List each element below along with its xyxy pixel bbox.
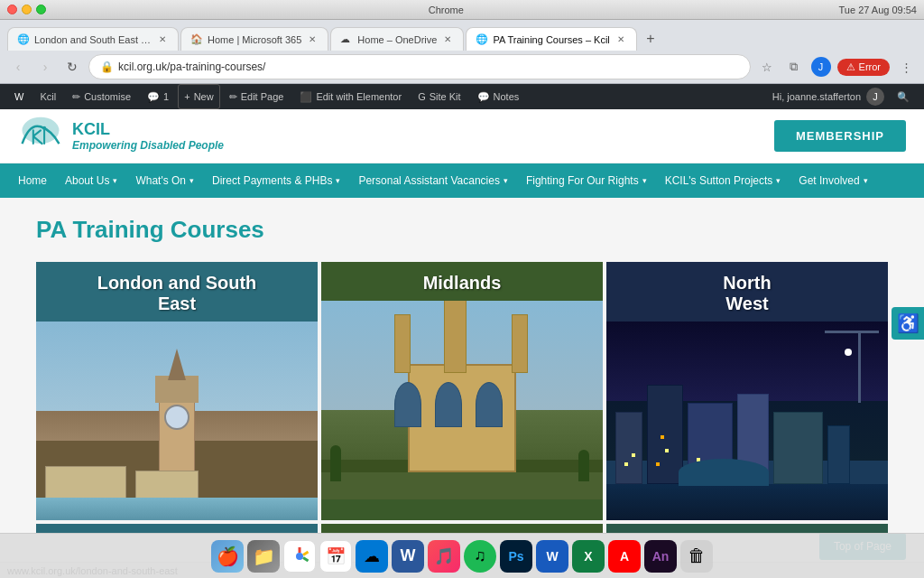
tab-close-m365-btn[interactable]: ✕	[306, 33, 319, 46]
dock-spotify[interactable]: ♫	[464, 540, 496, 573]
user-avatar[interactable]: J	[866, 88, 884, 106]
accessibility-icon[interactable]: ♿	[892, 307, 924, 340]
nav-direct-payments[interactable]: Direct Payments & PHBs ▾	[203, 163, 349, 198]
minimize-window-btn[interactable]	[22, 5, 32, 14]
menu-btn[interactable]: ⋮	[895, 56, 917, 78]
tabs-bar: 🌐 London and South East – Kcil … ✕ 🏠 Hom…	[0, 20, 924, 51]
nav-get-involved[interactable]: Get Involved ▾	[790, 163, 876, 198]
bookmark-icon[interactable]: ☆	[756, 56, 778, 78]
dock-calendar[interactable]: 📅	[319, 540, 352, 573]
region-title-midlands: Midlands	[321, 262, 603, 301]
macos-dock: 🍎 📁 📅 ☁ W 🎵 ♫ Ps W X A An 🗑	[0, 533, 924, 578]
tab-label-od: Home – OneDrive	[357, 34, 437, 45]
edit-page-label: Edit Page	[241, 91, 284, 102]
wp-new-btn[interactable]: + New	[178, 84, 219, 109]
main-nav: Home About Us ▾ What's On ▾ Direct Payme…	[0, 163, 924, 198]
tab-pa-training[interactable]: 🌐 PA Training Courses – Kcil ✕	[466, 27, 636, 51]
new-tab-btn[interactable]: +	[639, 27, 662, 51]
maximize-window-btn[interactable]	[36, 5, 46, 14]
wp-notes-btn[interactable]: 💬 Notes	[470, 84, 527, 109]
tab-london[interactable]: 🌐 London and South East – Kcil … ✕	[7, 27, 179, 51]
wp-sitekit-btn[interactable]: G Site Kit	[411, 84, 467, 109]
nav-home[interactable]: Home	[9, 163, 56, 198]
tab-close-od-btn[interactable]: ✕	[441, 33, 454, 46]
region-title-northwest: NorthWest	[606, 262, 888, 322]
notes-label: Notes	[494, 91, 520, 102]
dock-excel[interactable]: X	[572, 540, 605, 573]
nav-pa-vacancies[interactable]: Personal Assistant Vacancies ▾	[349, 163, 517, 198]
nav-pa-label: Personal Assistant Vacancies	[358, 174, 500, 187]
user-greeting: Hi, joanne.stafferton	[772, 91, 861, 102]
dock-animate[interactable]: An	[644, 540, 677, 573]
logo-tagline: Empowering Disabled People	[72, 139, 224, 152]
elementor-icon: ⬛	[300, 91, 312, 103]
nav-about-label: About Us	[65, 174, 109, 187]
svg-point-3	[296, 553, 303, 560]
back-btn[interactable]: ‹	[7, 56, 29, 78]
tab-close-btn[interactable]: ✕	[156, 33, 169, 46]
dock-finder[interactable]: 🍎	[211, 540, 244, 573]
window-controls[interactable]	[7, 5, 46, 14]
wp-toolbar: W Kcil ✏ Customise 💬 1 + New ✏ Edit Page…	[0, 84, 924, 109]
plus-icon: +	[184, 91, 189, 102]
dock-trash[interactable]: 🗑	[680, 540, 713, 573]
tab-microsoft365[interactable]: 🏠 Home | Microsoft 365 ✕	[180, 27, 328, 51]
tab-label-m365: Home | Microsoft 365	[208, 34, 301, 45]
lock-icon: 🔒	[100, 61, 114, 73]
wp-logo-btn[interactable]: W	[7, 84, 31, 109]
close-window-btn[interactable]	[7, 5, 17, 14]
extensions-icon[interactable]: ⧉	[783, 56, 805, 78]
forward-btn[interactable]: ›	[34, 56, 56, 78]
dock-photoshop[interactable]: Ps	[500, 540, 532, 573]
wp-customise-btn[interactable]: ✏ Customise	[65, 84, 138, 109]
wp-search-btn[interactable]: 🔍	[890, 84, 917, 109]
nav-whats-on-chevron: ▾	[189, 176, 194, 185]
wp-comments-btn[interactable]: 💬 1	[140, 84, 176, 109]
wp-edit-page-btn[interactable]: ✏ Edit Page	[222, 84, 291, 109]
region-card-london[interactable]: London and SouthEast	[36, 262, 318, 520]
nav-about-us[interactable]: About Us ▾	[56, 163, 126, 198]
wp-kcil-btn[interactable]: Kcil	[32, 84, 63, 109]
refresh-btn[interactable]: ↻	[61, 56, 83, 78]
region-card-midlands[interactable]: Midlands	[321, 262, 603, 520]
nav-sutton-chevron: ▾	[776, 176, 781, 185]
nav-fr-chevron: ▾	[642, 176, 647, 185]
tab-favicon-m365: 🏠	[190, 33, 203, 46]
dock-word[interactable]: W	[392, 540, 424, 573]
nav-kcil-sutton[interactable]: KCIL's Sutton Projects ▾	[656, 163, 790, 198]
dock-launchpad[interactable]: 📁	[247, 540, 280, 573]
search-icon: 🔍	[897, 91, 910, 103]
address-bar-row: ‹ › ↻ 🔒 kcil.org.uk/pa-training-courses/…	[0, 51, 924, 83]
dock-onedrive[interactable]: ☁	[356, 540, 388, 573]
nav-fighting-rights[interactable]: Fighting For Our Rights ▾	[517, 163, 656, 198]
nav-pa-chevron: ▾	[504, 176, 508, 185]
dock-music[interactable]: 🎵	[428, 540, 460, 573]
tab-favicon-pa: 🌐	[476, 33, 488, 46]
profile-icon[interactable]: J	[810, 56, 832, 78]
dock-word2[interactable]: W	[536, 540, 568, 573]
nav-gi-label: Get Involved	[799, 174, 859, 187]
kcil-wordmark: KCIL	[72, 120, 224, 139]
site-logo[interactable]: KCIL Empowering Disabled People	[18, 116, 224, 156]
address-input[interactable]: 🔒 kcil.org.uk/pa-training-courses/	[88, 54, 751, 79]
nav-whats-on[interactable]: What's On ▾	[126, 163, 203, 198]
membership-btn[interactable]: MEMBERSHIP	[774, 120, 906, 152]
dock-chrome[interactable]	[283, 540, 316, 573]
tab-onedrive[interactable]: ☁ Home – OneDrive ✕	[330, 27, 464, 51]
pencil-icon: ✏	[72, 91, 80, 103]
title-bar: Chrome Tue 27 Aug 09:54	[0, 0, 924, 20]
site-header: KCIL Empowering Disabled People MEMBERSH…	[0, 109, 924, 163]
wordpress-icon: W	[14, 91, 23, 102]
region-card-northwest[interactable]: NorthWest	[606, 262, 888, 520]
nav-dp-label: Direct Payments & PHBs	[212, 174, 332, 187]
dock-acrobat[interactable]: A	[608, 540, 641, 573]
edit-icon: ✏	[229, 91, 237, 103]
new-label: New	[194, 91, 214, 102]
url-text[interactable]: kcil.org.uk/pa-training-courses/	[118, 61, 265, 73]
notes-icon: 💬	[477, 91, 490, 103]
tab-favicon: 🌐	[17, 33, 30, 46]
wp-elementor-btn[interactable]: ⬛ Edit with Elementor	[292, 84, 409, 109]
google-icon: G	[418, 91, 426, 102]
error-btn[interactable]: ⚠ Error	[837, 59, 890, 76]
tab-close-pa-btn[interactable]: ✕	[614, 33, 627, 46]
